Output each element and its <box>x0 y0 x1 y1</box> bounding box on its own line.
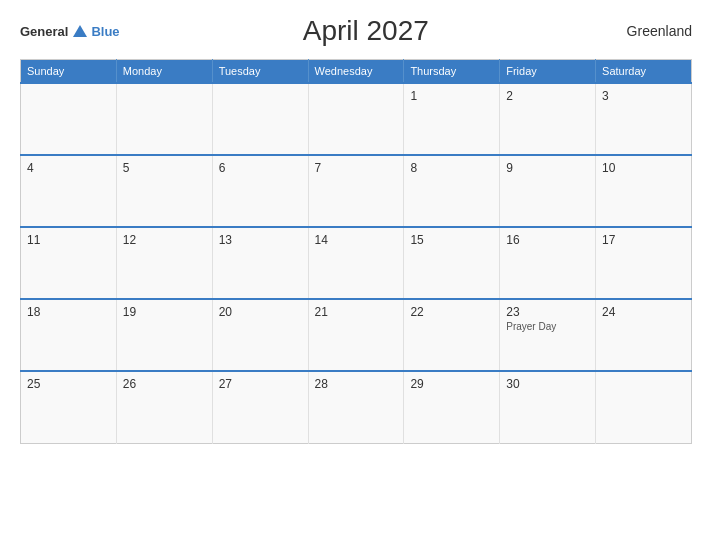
logo: General Blue <box>20 24 120 39</box>
day-number: 8 <box>410 161 493 175</box>
day-number: 24 <box>602 305 685 319</box>
calendar-cell-w4-d6: 23Prayer Day <box>500 299 596 371</box>
header: General Blue April 2027 Greenland <box>20 15 692 47</box>
header-saturday: Saturday <box>596 60 692 84</box>
day-number: 11 <box>27 233 110 247</box>
event-label: Prayer Day <box>506 321 589 332</box>
day-number: 19 <box>123 305 206 319</box>
day-number: 2 <box>506 89 589 103</box>
calendar-cell-w4-d2: 19 <box>116 299 212 371</box>
day-number: 27 <box>219 377 302 391</box>
header-monday: Monday <box>116 60 212 84</box>
calendar-page: General Blue April 2027 Greenland Sunday… <box>0 0 712 550</box>
day-number: 21 <box>315 305 398 319</box>
day-number: 23 <box>506 305 589 319</box>
day-number: 13 <box>219 233 302 247</box>
calendar-cell-w3-d3: 13 <box>212 227 308 299</box>
week-row-1: 123 <box>21 83 692 155</box>
logo-blue-text: Blue <box>91 24 119 39</box>
calendar-cell-w5-d4: 28 <box>308 371 404 443</box>
calendar-cell-w2-d5: 8 <box>404 155 500 227</box>
region-label: Greenland <box>612 23 692 39</box>
day-number: 17 <box>602 233 685 247</box>
calendar-cell-w4-d3: 20 <box>212 299 308 371</box>
calendar-cell-w5-d3: 27 <box>212 371 308 443</box>
calendar-cell-w2-d1: 4 <box>21 155 117 227</box>
calendar-cell-w5-d6: 30 <box>500 371 596 443</box>
day-number: 5 <box>123 161 206 175</box>
calendar-cell-w3-d7: 17 <box>596 227 692 299</box>
day-number: 12 <box>123 233 206 247</box>
day-number: 16 <box>506 233 589 247</box>
calendar-cell-w2-d7: 10 <box>596 155 692 227</box>
day-number: 7 <box>315 161 398 175</box>
day-number: 30 <box>506 377 589 391</box>
calendar-cell-w3-d2: 12 <box>116 227 212 299</box>
week-row-2: 45678910 <box>21 155 692 227</box>
week-row-4: 181920212223Prayer Day24 <box>21 299 692 371</box>
calendar-cell-w1-d1 <box>21 83 117 155</box>
header-wednesday: Wednesday <box>308 60 404 84</box>
month-title: April 2027 <box>120 15 612 47</box>
calendar-cell-w5-d2: 26 <box>116 371 212 443</box>
day-number: 28 <box>315 377 398 391</box>
calendar-cell-w2-d6: 9 <box>500 155 596 227</box>
day-number: 9 <box>506 161 589 175</box>
day-number: 22 <box>410 305 493 319</box>
calendar-cell-w5-d5: 29 <box>404 371 500 443</box>
day-number: 4 <box>27 161 110 175</box>
header-friday: Friday <box>500 60 596 84</box>
calendar-cell-w4-d4: 21 <box>308 299 404 371</box>
day-number: 29 <box>410 377 493 391</box>
calendar-cell-w5-d7 <box>596 371 692 443</box>
day-number: 14 <box>315 233 398 247</box>
day-number: 25 <box>27 377 110 391</box>
logo-triangle-icon <box>73 25 87 37</box>
calendar-cell-w3-d1: 11 <box>21 227 117 299</box>
calendar-table: Sunday Monday Tuesday Wednesday Thursday… <box>20 59 692 444</box>
weekday-header-row: Sunday Monday Tuesday Wednesday Thursday… <box>21 60 692 84</box>
day-number: 3 <box>602 89 685 103</box>
calendar-cell-w1-d5: 1 <box>404 83 500 155</box>
calendar-cell-w2-d2: 5 <box>116 155 212 227</box>
week-row-5: 252627282930 <box>21 371 692 443</box>
day-number: 18 <box>27 305 110 319</box>
calendar-cell-w5-d1: 25 <box>21 371 117 443</box>
day-number: 26 <box>123 377 206 391</box>
header-thursday: Thursday <box>404 60 500 84</box>
calendar-cell-w1-d3 <box>212 83 308 155</box>
calendar-cell-w4-d1: 18 <box>21 299 117 371</box>
day-number: 1 <box>410 89 493 103</box>
day-number: 6 <box>219 161 302 175</box>
day-number: 15 <box>410 233 493 247</box>
calendar-cell-w4-d7: 24 <box>596 299 692 371</box>
calendar-cell-w3-d4: 14 <box>308 227 404 299</box>
calendar-cell-w1-d7: 3 <box>596 83 692 155</box>
calendar-cell-w4-d5: 22 <box>404 299 500 371</box>
day-number: 20 <box>219 305 302 319</box>
calendar-cell-w1-d4 <box>308 83 404 155</box>
calendar-cell-w3-d5: 15 <box>404 227 500 299</box>
day-number: 10 <box>602 161 685 175</box>
header-sunday: Sunday <box>21 60 117 84</box>
calendar-cell-w2-d3: 6 <box>212 155 308 227</box>
calendar-cell-w1-d6: 2 <box>500 83 596 155</box>
calendar-cell-w2-d4: 7 <box>308 155 404 227</box>
calendar-cell-w1-d2 <box>116 83 212 155</box>
logo-general-text: General <box>20 24 68 39</box>
week-row-3: 11121314151617 <box>21 227 692 299</box>
header-tuesday: Tuesday <box>212 60 308 84</box>
calendar-cell-w3-d6: 16 <box>500 227 596 299</box>
